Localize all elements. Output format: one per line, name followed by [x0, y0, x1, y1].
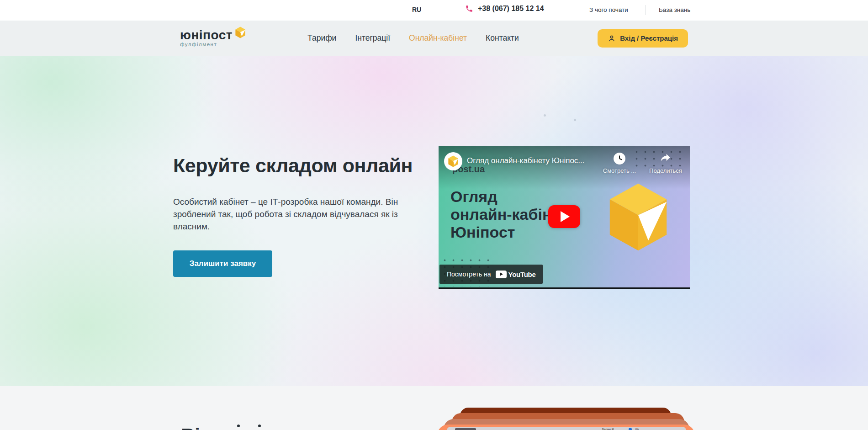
- browser-bar-logo-block: [455, 428, 476, 430]
- play-icon: [561, 211, 570, 222]
- phone-link[interactable]: +38 (067) 185 12 14: [465, 5, 544, 13]
- logo-cube-icon: [234, 27, 246, 38]
- nav-tariffs[interactable]: Тарифи: [307, 33, 336, 43]
- share-button[interactable]: Поделиться: [645, 152, 686, 174]
- youtube-logo: YouTube: [496, 271, 536, 278]
- clock-icon: [614, 153, 625, 165]
- sparkle-decoration: [574, 119, 576, 121]
- hero-section: Керуйте складом онлайн Особистий кабінет…: [0, 56, 868, 386]
- letter-dot-decoration: [258, 425, 261, 427]
- browser-bar-mockup: Баланс ₴ UA: [447, 427, 686, 430]
- login-register-button[interactable]: Вхід / Реєстрація: [598, 29, 688, 48]
- person-icon: [608, 34, 616, 42]
- next-section-heading: Ві: [181, 425, 200, 430]
- user-label: UA: [635, 428, 639, 430]
- avatar-cube-icon: [448, 155, 459, 167]
- link-knowledge-base[interactable]: База знань: [659, 6, 690, 13]
- user-avatar-dot: [629, 428, 632, 430]
- next-section: Ві Баланс ₴ UA: [0, 386, 868, 430]
- phone-icon: [465, 5, 473, 13]
- share-arrow-icon: [659, 152, 672, 164]
- youtube-video-player[interactable]: post.ua Огляд онлайн-кабінету Юніпос...: [439, 146, 690, 289]
- balance-text: Баланс ₴: [602, 428, 614, 430]
- login-register-label: Вхід / Реєстрація: [620, 34, 678, 42]
- hero-heading: Керуйте складом онлайн: [173, 154, 413, 177]
- nav-online-cabinet[interactable]: Онлайн-кабінет: [409, 33, 467, 43]
- language-switcher[interactable]: RU: [412, 6, 421, 13]
- watch-on-label: Посмотреть на: [447, 271, 491, 278]
- video-title-link[interactable]: Огляд онлайн-кабінету Юніпос...: [467, 156, 585, 165]
- phone-number: +38 (067) 185 12 14: [478, 5, 544, 13]
- top-bar: RU +38 (067) 185 12 14 З чого почати Баз…: [0, 0, 868, 21]
- page: RU +38 (067) 185 12 14 З чого почати Баз…: [0, 0, 868, 430]
- topbar-divider: [646, 5, 646, 15]
- youtube-play-icon: [496, 271, 507, 278]
- sparkle-decoration: [544, 114, 546, 117]
- play-button[interactable]: [548, 205, 580, 228]
- logo[interactable]: юніпост фулфілмент: [180, 29, 246, 47]
- nav-integrations[interactable]: Інтеграції: [355, 33, 390, 43]
- logo-text: юніпост: [180, 29, 233, 41]
- watch-later-button[interactable]: Смотреть ...: [594, 153, 645, 174]
- youtube-wordmark: YouTube: [508, 271, 536, 278]
- main-header: юніпост фулфілмент Тарифи Інтеграції Онл…: [0, 21, 868, 56]
- share-label: Поделиться: [645, 167, 686, 174]
- leave-request-button[interactable]: Залишити заявку: [173, 250, 272, 277]
- link-get-started[interactable]: З чого почати: [589, 6, 628, 13]
- channel-avatar[interactable]: [444, 152, 462, 170]
- watch-on-youtube-button[interactable]: Посмотреть на YouTube: [439, 265, 543, 284]
- thumbnail-cube-graphic: [606, 182, 671, 252]
- hero-paragraph: Особистий кабінет – це ІТ-розробка нашої…: [173, 196, 423, 233]
- watch-later-label: Смотреть ...: [594, 167, 645, 174]
- nav-contacts[interactable]: Контакти: [486, 33, 519, 43]
- letter-dot-decoration: [237, 425, 240, 427]
- logo-subtitle: фулфілмент: [180, 42, 246, 47]
- main-nav: Тарифи Інтеграції Онлайн-кабінет Контакт…: [307, 33, 519, 43]
